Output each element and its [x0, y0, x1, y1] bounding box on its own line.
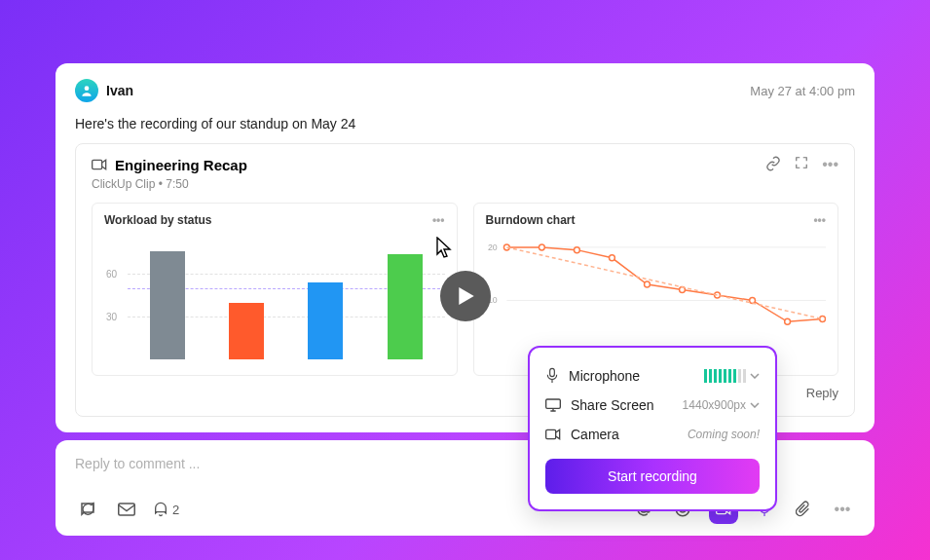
svg-rect-24	[546, 399, 561, 408]
video-icon	[92, 159, 115, 170]
cursor-icon	[436, 237, 454, 258]
svg-rect-23	[550, 368, 555, 376]
comment-icon[interactable]	[75, 497, 100, 522]
svg-rect-16	[119, 504, 135, 515]
svg-point-10	[644, 281, 650, 287]
svg-text:20: 20	[487, 243, 497, 252]
clip-title: Engineering Recap	[115, 157, 247, 173]
chart-more-icon[interactable]: •••	[813, 213, 826, 227]
start-recording-button[interactable]: Start recording	[545, 459, 760, 494]
chart-more-icon[interactable]: •••	[432, 213, 445, 227]
notification-badge[interactable]: 2	[153, 501, 179, 518]
svg-point-8	[574, 247, 579, 253]
play-button[interactable]	[440, 271, 491, 321]
svg-point-13	[749, 297, 755, 303]
chart-title: Burndown chart	[486, 213, 576, 227]
camera-row: Camera Coming soon!	[545, 420, 760, 449]
svg-rect-25	[546, 429, 556, 438]
author-name[interactable]: Ivan	[106, 83, 133, 98]
workload-chart: Workload by status ••• 3060	[92, 203, 458, 376]
svg-point-7	[539, 244, 544, 250]
mic-level-icon	[704, 369, 746, 383]
attach-icon[interactable]	[791, 497, 816, 522]
svg-point-14	[784, 318, 790, 324]
svg-point-9	[609, 255, 614, 261]
expand-icon[interactable]	[795, 156, 808, 173]
reply-link[interactable]: Reply	[806, 386, 838, 400]
post-timestamp: May 27 at 4:00 pm	[750, 84, 855, 98]
mail-icon[interactable]	[114, 497, 139, 522]
avatar[interactable]	[75, 79, 98, 102]
chevron-down-icon[interactable]	[750, 402, 760, 408]
share-screen-row[interactable]: Share Screen 1440x900px	[545, 391, 760, 420]
chart-title: Workload by status	[104, 213, 211, 227]
post-header: Ivan May 27 at 4:00 pm	[75, 79, 855, 102]
post-body: Here's the recording of our standup on M…	[75, 116, 855, 131]
clip-header: Engineering Recap •••	[92, 156, 838, 173]
chevron-down-icon[interactable]	[750, 373, 760, 379]
more-icon[interactable]: •••	[830, 497, 855, 522]
svg-point-0	[85, 86, 90, 91]
microphone-row[interactable]: Microphone	[545, 361, 760, 391]
more-icon[interactable]: •••	[822, 156, 838, 173]
recording-popover: Microphone Share Screen 1440x900px Camer…	[528, 346, 777, 511]
clip-subtitle: ClickUp Clip • 7:50	[92, 177, 838, 191]
svg-rect-1	[93, 160, 102, 168]
link-icon[interactable]	[765, 156, 781, 173]
